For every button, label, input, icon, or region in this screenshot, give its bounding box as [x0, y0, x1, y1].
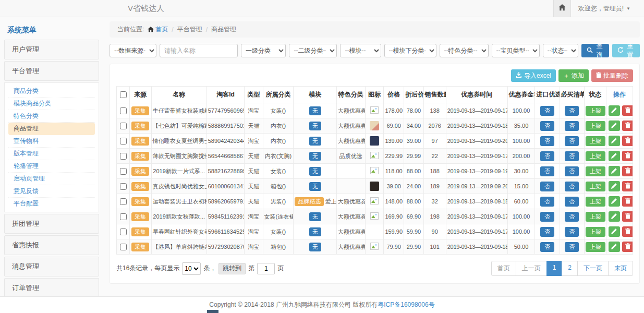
import-excel-button[interactable]: 导入excel: [511, 69, 556, 82]
import-select-toggle-button[interactable]: 否: [540, 151, 554, 161]
row-checkbox[interactable]: [120, 228, 127, 235]
edit-button[interactable]: [609, 226, 620, 237]
must-buy-toggle-button[interactable]: 否: [565, 197, 579, 207]
sidebar-item-platform-config[interactable]: 平台配置: [8, 198, 95, 210]
module-filter[interactable]: --模块--: [340, 44, 381, 57]
must-buy-toggle-button[interactable]: 否: [565, 106, 579, 116]
status-button[interactable]: 上架: [586, 121, 605, 131]
sidebar-item-platform-management[interactable]: 平台管理: [4, 61, 99, 81]
data-source-filter[interactable]: --数据来源--: [110, 44, 156, 57]
must-buy-toggle-button[interactable]: 否: [565, 227, 579, 237]
import-select-toggle-button[interactable]: 否: [540, 136, 554, 146]
level1-category-filter[interactable]: 一级分类: [241, 44, 286, 57]
name-search-input[interactable]: [160, 44, 238, 57]
sidebar-item-user-management[interactable]: 用户管理: [4, 40, 99, 59]
must-buy-toggle-button[interactable]: 否: [565, 242, 579, 252]
edit-button[interactable]: [609, 105, 620, 116]
status-button[interactable]: 上架: [586, 151, 605, 161]
user-menu[interactable]: 欢迎您，管理员! ▼: [571, 0, 644, 17]
batch-delete-button[interactable]: 批量删除: [591, 69, 633, 82]
edit-button[interactable]: [609, 121, 620, 131]
sidebar-item-goods-category[interactable]: 商品分类: [8, 85, 95, 98]
status-filter[interactable]: --状态--: [543, 44, 578, 57]
delete-button[interactable]: [622, 121, 633, 131]
status-button[interactable]: 上架: [586, 212, 605, 222]
delete-button[interactable]: [622, 181, 633, 191]
edit-button[interactable]: [609, 242, 620, 252]
must-buy-toggle-button[interactable]: 否: [565, 212, 579, 222]
status-button[interactable]: 上架: [586, 106, 605, 116]
delete-button[interactable]: [622, 226, 633, 237]
jump-button[interactable]: 跳转到: [218, 263, 246, 274]
edit-button[interactable]: [609, 181, 620, 191]
status-button[interactable]: 上架: [586, 227, 605, 237]
edit-button[interactable]: [609, 136, 620, 146]
sidebar-item-module-goods-category[interactable]: 模块商品分类: [8, 98, 95, 110]
sidebar-item-group-buy-management[interactable]: 拼团管理: [4, 214, 99, 234]
item-type-filter[interactable]: --宝贝类型--: [492, 44, 540, 57]
delete-button[interactable]: [622, 211, 633, 222]
per-page-select[interactable]: 10: [182, 262, 201, 275]
select-all-checkbox[interactable]: [120, 91, 127, 98]
delete-button[interactable]: [622, 166, 633, 176]
sidebar-item-feature-category[interactable]: 特色分类: [8, 110, 95, 123]
module-sub-category-filter[interactable]: --模块下分类--: [384, 44, 436, 57]
delete-button[interactable]: [622, 105, 633, 116]
page-button-page-prev[interactable]: 上一页: [516, 261, 547, 276]
delete-button[interactable]: [622, 136, 633, 146]
import-select-toggle-button[interactable]: 否: [540, 242, 554, 252]
page-button-page-first[interactable]: 首页: [491, 261, 516, 276]
sidebar-item-message-management[interactable]: 消息管理: [4, 257, 99, 276]
reset-button[interactable]: 重置: [612, 44, 640, 57]
sidebar-item-splash-page-management[interactable]: 启动页管理: [8, 173, 95, 185]
delete-button[interactable]: [622, 242, 633, 252]
must-buy-toggle-button[interactable]: 否: [565, 136, 579, 146]
jump-page-input[interactable]: [257, 263, 275, 274]
status-button[interactable]: 上架: [586, 166, 605, 176]
row-checkbox[interactable]: [120, 138, 127, 145]
import-select-toggle-button[interactable]: 否: [540, 182, 554, 191]
must-buy-toggle-button[interactable]: 否: [565, 121, 579, 131]
import-select-toggle-button[interactable]: 否: [540, 121, 554, 131]
feature-category-filter[interactable]: --特色分类--: [440, 44, 489, 57]
sidebar-item-version-management[interactable]: 版本管理: [8, 148, 95, 160]
edit-button[interactable]: [609, 166, 620, 176]
page-button-page-2[interactable]: 2: [562, 261, 578, 276]
row-checkbox[interactable]: [120, 198, 127, 205]
import-select-toggle-button[interactable]: 否: [540, 106, 554, 116]
sidebar-item-feedback[interactable]: 意见反馈: [8, 185, 95, 198]
sidebar-item-order-management[interactable]: 订单管理: [4, 278, 99, 298]
import-select-toggle-button[interactable]: 否: [540, 212, 554, 222]
delete-button[interactable]: [622, 151, 633, 161]
edit-button[interactable]: [609, 151, 620, 161]
must-buy-toggle-button[interactable]: 否: [565, 151, 579, 161]
home-nav-button[interactable]: [553, 0, 571, 17]
status-button[interactable]: 上架: [586, 242, 605, 252]
level2-category-filter[interactable]: --二级分类--: [289, 44, 337, 57]
edit-button[interactable]: [609, 196, 620, 207]
status-button[interactable]: 上架: [586, 182, 605, 191]
must-buy-toggle-button[interactable]: 否: [565, 166, 579, 176]
icp-link[interactable]: 粤ICP备16098006号: [378, 300, 434, 309]
row-checkbox[interactable]: [120, 183, 127, 190]
import-select-toggle-button[interactable]: 否: [540, 166, 554, 176]
sidebar-item-saving-express[interactable]: 省惠快报: [4, 235, 99, 255]
import-select-toggle-button[interactable]: 否: [540, 227, 554, 237]
row-checkbox[interactable]: [120, 168, 127, 175]
row-checkbox[interactable]: [120, 153, 127, 160]
row-checkbox[interactable]: [120, 107, 127, 114]
import-select-toggle-button[interactable]: 否: [540, 197, 554, 207]
row-checkbox[interactable]: [120, 123, 127, 129]
page-button-page-next[interactable]: 下一页: [577, 261, 609, 276]
sidebar-item-promo-material[interactable]: 宣传物料: [8, 135, 95, 148]
page-button-page-1[interactable]: 1: [546, 261, 563, 276]
breadcrumb-home-link[interactable]: 首页: [148, 25, 168, 34]
row-checkbox[interactable]: [120, 244, 127, 250]
page-button-page-last[interactable]: 末页: [608, 261, 633, 276]
edit-button[interactable]: [609, 211, 620, 222]
status-button[interactable]: 上架: [586, 136, 605, 146]
add-button[interactable]: ＋ 添加: [558, 69, 589, 82]
must-buy-toggle-button[interactable]: 否: [565, 182, 579, 191]
row-checkbox[interactable]: [120, 213, 127, 220]
sidebar-item-carousel-management[interactable]: 轮播管理: [8, 160, 95, 173]
